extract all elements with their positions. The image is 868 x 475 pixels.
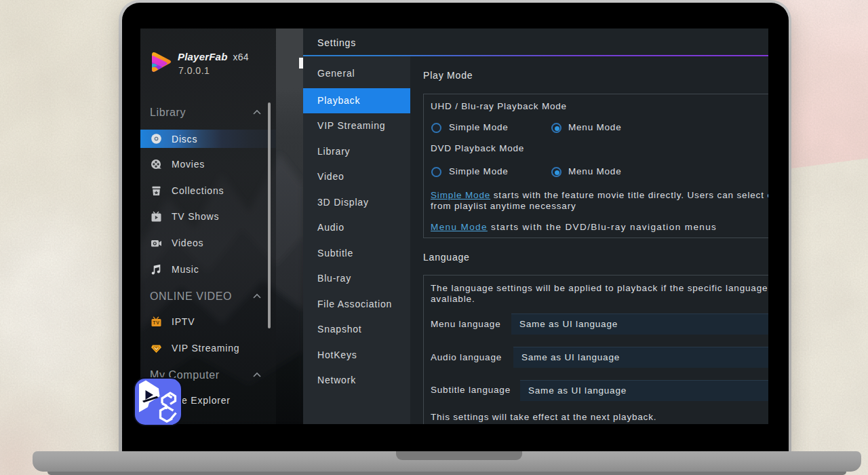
svg-text:TV: TV (153, 320, 160, 325)
